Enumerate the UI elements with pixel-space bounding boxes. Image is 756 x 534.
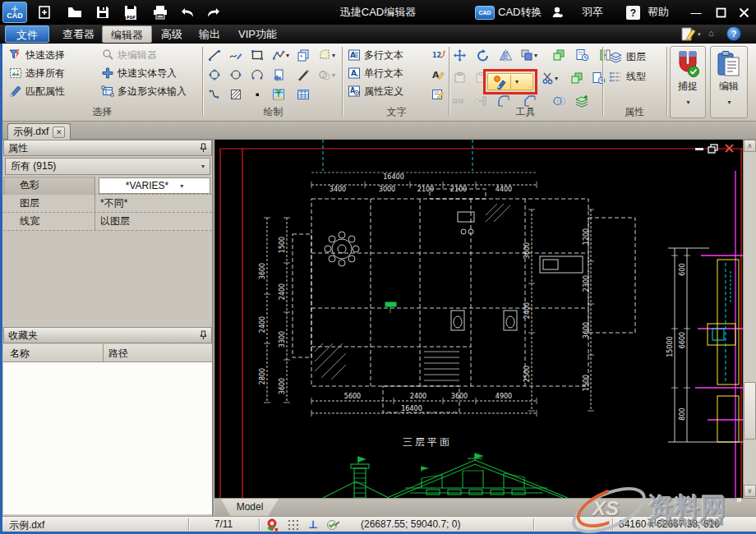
circle-2p-tool[interactable] <box>228 67 243 82</box>
undo-button[interactable] <box>177 2 199 22</box>
quick-entity-import-button[interactable]: 快速实体导入 <box>101 66 177 81</box>
scroll-down-button[interactable]: ∨ <box>744 485 756 497</box>
table-tool[interactable] <box>296 87 311 102</box>
polyline-tool[interactable] <box>271 48 286 62</box>
ellipse-tool-disabled[interactable] <box>317 67 332 82</box>
scrollbar-thumb[interactable] <box>744 382 756 440</box>
help-icon[interactable]: ? <box>626 6 640 20</box>
pin-icon[interactable] <box>200 143 207 153</box>
menu-advanced[interactable]: 高级 <box>153 25 191 43</box>
vertical-scrollbar[interactable]: ∧ ∨ <box>743 140 756 498</box>
snap-dropdown[interactable]: ▾ <box>671 99 705 106</box>
snap-marker-toggle[interactable] <box>264 518 280 532</box>
edit-button[interactable]: 编辑 ▾ <box>710 46 748 118</box>
help-circle-icon[interactable]: ? <box>726 26 741 41</box>
attribute-define-button[interactable]: A 属性定义 <box>348 84 403 99</box>
print-button[interactable] <box>150 2 171 22</box>
drawing-minimize-icon[interactable] <box>695 148 703 150</box>
insert-block-tool[interactable] <box>271 67 286 82</box>
save-button[interactable] <box>92 2 113 22</box>
maximize-button[interactable] <box>710 2 731 22</box>
region-dropdown[interactable]: ▾ <box>332 52 335 59</box>
array-tool[interactable] <box>574 48 589 62</box>
filter-dropdown[interactable]: 所有 (915) ▾ <box>5 158 210 175</box>
layer-value[interactable]: *不同* <box>96 195 212 213</box>
close-button[interactable] <box>733 2 754 22</box>
image-tool[interactable] <box>271 87 286 102</box>
mirror-tool[interactable] <box>498 48 513 62</box>
point-tool[interactable] <box>250 87 265 102</box>
paste-tool-disabled[interactable] <box>452 71 467 85</box>
model-tab[interactable]: Model <box>221 499 279 516</box>
favorites-list[interactable] <box>3 362 212 514</box>
polygon-entity-input-button[interactable]: 多边形实体输入 <box>101 84 187 99</box>
circle-tool[interactable] <box>207 67 222 82</box>
mtext-button[interactable]: A 多行文本 <box>348 48 403 62</box>
edit-attr-tool[interactable] <box>431 87 445 102</box>
home-icon[interactable]: ⌂ <box>708 28 714 38</box>
numbering-tool[interactable]: 12 <box>431 48 445 62</box>
line-tool[interactable] <box>207 48 222 62</box>
block-editor-button[interactable]: 块编辑器 <box>101 48 157 62</box>
scroll-up-button[interactable]: ∧ <box>744 140 756 152</box>
scale-tool[interactable] <box>519 48 534 62</box>
annotate-dropdown[interactable]: ▾ <box>698 31 701 38</box>
select-all-button[interactable]: 选择所有 <box>9 66 65 81</box>
username[interactable]: 羽卒 <box>582 0 603 25</box>
menu-editor[interactable]: 编辑器 <box>102 25 152 43</box>
color-label[interactable]: 色彩 <box>3 177 95 195</box>
redo-button[interactable] <box>202 2 224 22</box>
move-tool[interactable] <box>452 48 467 62</box>
save-as-pdf-button[interactable]: PDF <box>120 2 141 22</box>
osnap-toggle[interactable] <box>325 518 341 532</box>
quick-select-button[interactable]: 快速选择 <box>9 48 65 62</box>
edit-dropdown[interactable]: ▾ <box>712 99 747 106</box>
trim-dropdown[interactable]: ▾ <box>555 75 558 82</box>
minimize-button[interactable]: — <box>685 2 707 22</box>
hatch-tool[interactable] <box>228 87 243 102</box>
copy-tool-2[interactable] <box>569 71 584 85</box>
pin-icon[interactable] <box>200 330 207 340</box>
menu-file[interactable]: 文件 <box>5 25 49 43</box>
text-edit-tool[interactable]: A <box>431 67 445 82</box>
layer-label[interactable]: 图层 <box>3 195 95 213</box>
trim-tool[interactable] <box>541 71 555 85</box>
new-file-button[interactable] <box>35 2 56 22</box>
layer-button[interactable]: 图层 <box>609 49 646 64</box>
app-logo-icon[interactable]: CAD <box>2 2 27 23</box>
dtext-button[interactable]: A 单行文本 <box>348 66 403 81</box>
menu-vip[interactable]: VIP功能 <box>230 25 285 43</box>
color-value-dropdown[interactable]: *VARIES* ▾ <box>99 177 210 194</box>
highlighted-color-tool[interactable]: ▾ <box>487 73 533 90</box>
polyline-dropdown[interactable]: ▾ <box>286 52 289 59</box>
ellipse-dropdown[interactable]: ▾ <box>332 71 335 79</box>
rotate-tool[interactable] <box>475 48 490 62</box>
lineweight-label[interactable]: 线宽 <box>3 213 95 231</box>
snap-button[interactable]: 捕捉 ▾ <box>670 46 706 118</box>
cad-canvas[interactable]: 16400 3400 3000 2100 2100 4400 5600 2400… <box>214 140 743 498</box>
document-tab[interactable]: 示例.dxf ✕ <box>7 123 71 140</box>
freehand-tool[interactable] <box>228 48 243 62</box>
match-properties-button[interactable]: 匹配属性 <box>9 84 65 99</box>
highlighted-tool-dropdown[interactable]: ▾ <box>515 78 519 85</box>
menu-viewer[interactable]: 查看器 <box>54 25 103 43</box>
annotate-button[interactable] <box>680 27 697 44</box>
ortho-toggle[interactable]: ⊥ <box>305 518 321 532</box>
rectangle-tool[interactable] <box>250 48 265 62</box>
copy-tool[interactable] <box>551 48 566 62</box>
help-button[interactable]: 帮助 <box>648 0 669 25</box>
lineweight-value[interactable]: 以图层 <box>96 213 212 231</box>
linetype-button[interactable]: 线型 <box>609 69 646 84</box>
hatch-pencil-tool[interactable] <box>296 67 311 82</box>
name-column-header[interactable]: 名称 <box>10 347 30 361</box>
region-tool[interactable] <box>317 48 332 62</box>
arc-tool[interactable] <box>250 67 265 82</box>
open-file-button[interactable] <box>64 2 85 22</box>
scale-dropdown[interactable]: ▾ <box>534 52 537 59</box>
path-column-header[interactable]: 路径 <box>108 347 128 361</box>
grid-toggle[interactable] <box>285 518 302 532</box>
tab-close-icon[interactable]: ✕ <box>53 127 65 138</box>
copy-entities-tool[interactable] <box>296 48 311 62</box>
spline-tool[interactable] <box>207 87 222 102</box>
menu-output[interactable]: 输出 <box>191 25 228 43</box>
